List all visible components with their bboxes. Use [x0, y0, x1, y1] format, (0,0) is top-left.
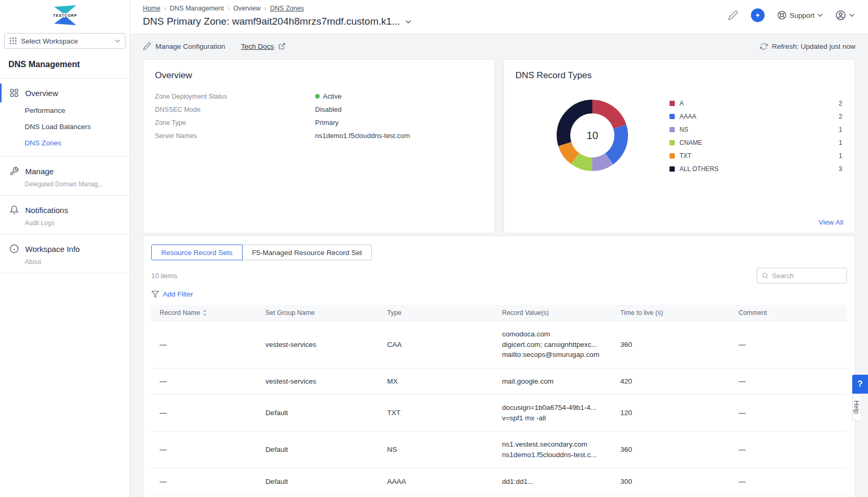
nav-sublabel-about[interactable]: About — [0, 258, 130, 268]
sidebar-item-workspace-info[interactable]: Workspace Info — [0, 239, 130, 258]
field-zone-type: Zone Type Primary — [155, 116, 483, 129]
record-value-line: v=spf1 mx -all — [502, 413, 608, 424]
column-record-values: Record Value(s) — [496, 305, 614, 321]
legend-swatch — [670, 114, 675, 119]
record-type-cell: AAAA — [381, 468, 496, 495]
nav-group-workspace-info: Workspace Info About — [0, 234, 130, 273]
refresh-button[interactable]: Refresh: Updated just now — [760, 43, 855, 50]
view-all-link[interactable]: View All — [819, 218, 843, 226]
workspace-selector-label: Select Workspace — [21, 37, 78, 45]
title-chevron-down-icon[interactable] — [405, 20, 411, 24]
table-row[interactable]: —vestest-servicesCAAcomodoca.comdigicert… — [151, 321, 847, 368]
overview-card-title: Overview — [155, 70, 483, 81]
legend-label: AAAA — [679, 113, 696, 120]
sidebar-item-dns-load-balancers[interactable]: DNS Load Balancers — [0, 119, 130, 135]
breadcrumb-overview[interactable]: Overview — [233, 5, 260, 12]
field-dnssec-mode: DNSSEC Mode Disabled — [155, 103, 483, 116]
nav-label-notifications: Notifications — [25, 206, 68, 215]
field-value: Primary — [315, 119, 339, 126]
breadcrumb-dns-zones[interactable]: DNS Zones — [270, 5, 304, 12]
sidebar-item-dns-zones[interactable]: DNS Zones — [0, 135, 130, 151]
legend-swatch — [670, 166, 675, 172]
legend-label: TXT — [679, 152, 692, 160]
help-question-icon[interactable]: ? — [852, 375, 868, 394]
legend-label: A — [679, 100, 684, 107]
search-icon — [762, 272, 768, 279]
search-box[interactable] — [757, 268, 847, 283]
svg-text:TESTCORP: TESTCORP — [53, 14, 77, 17]
record-value-line: dd1:dd1... — [502, 477, 608, 487]
record-values-cell: docusign=1b0a6754-49b1-4...v=spf1 mx -al… — [496, 395, 614, 431]
brush-icon[interactable] — [728, 10, 738, 20]
record-name-cell: — — [151, 395, 259, 431]
manage-configuration-label: Manage Configuration — [155, 43, 225, 50]
tech-docs-link[interactable]: Tech Docs — [241, 43, 286, 50]
record-value-line: mailto:secops@smurugap.com — [502, 350, 608, 360]
user-icon — [835, 10, 846, 20]
column-set-group-name: Set Group Name — [259, 305, 381, 321]
workspace-selector[interactable]: Select Workspace — [4, 33, 126, 49]
nav-label-workspace-info: Workspace Info — [25, 245, 80, 253]
nav-sublabel-audit-logs[interactable]: Audit Logs — [0, 219, 130, 229]
sidebar-item-overview[interactable]: Overview — [0, 83, 130, 102]
table-row[interactable]: —DefaultAAAAdd1:dd1...300— — [151, 468, 847, 495]
ai-assistant-button[interactable] — [751, 8, 765, 22]
sidebar-item-manage[interactable]: Manage — [0, 162, 130, 181]
overview-card: Overview Zone Deployment Status Active D… — [143, 59, 495, 234]
refresh-icon — [760, 43, 768, 50]
pencil-icon — [143, 42, 151, 50]
external-link-icon — [278, 43, 286, 50]
legend-item-cname: CNAME1 — [670, 136, 842, 149]
breadcrumb-separator: › — [264, 5, 266, 12]
nav-sublabel-delegated-domain[interactable]: Delegated Domain Manag... — [0, 181, 130, 190]
record-value-line: ns1.vestest.secondary.com — [502, 439, 608, 450]
breadcrumb-dns-management[interactable]: DNS Management — [170, 5, 224, 12]
field-label: Zone Deployment Status — [155, 93, 315, 100]
items-count: 10 items — [151, 272, 177, 280]
summary-cards: Overview Zone Deployment Status Active D… — [130, 59, 868, 234]
manage-configuration-button[interactable]: Manage Configuration — [143, 42, 225, 50]
account-menu[interactable] — [835, 10, 854, 20]
table-row[interactable]: —DefaultNSns1.vestest.secondary.comns1de… — [151, 431, 847, 468]
record-type-cell: NS — [381, 431, 496, 468]
legend-label: ALL OTHERS — [679, 165, 718, 173]
donut-center-total: 10 — [587, 130, 598, 141]
record-types-legend: A2AAAA2NS1CNAME1TXT1ALL OTHERS3 — [670, 85, 843, 175]
dns-record-types-card: DNS Record Types 10 A2AAAA2NS1CNAME1TXT1… — [504, 59, 856, 234]
field-label: Server Names — [155, 132, 315, 140]
sidebar-item-performance[interactable]: Performance — [0, 102, 130, 119]
legend-item-all-others: ALL OTHERS3 — [670, 162, 842, 175]
field-value: ns1demo1.f5clouddns-test.com — [315, 132, 410, 140]
set-group-name-cell: vestest-services — [259, 368, 381, 395]
field-zone-deployment-status: Zone Deployment Status Active — [155, 90, 483, 103]
wrench-icon — [9, 166, 19, 176]
info-icon — [9, 244, 19, 253]
support-menu[interactable]: Support — [777, 10, 823, 20]
legend-swatch — [670, 153, 675, 158]
legend-swatch — [670, 140, 675, 145]
legend-count: 1 — [839, 152, 842, 160]
help-tab[interactable]: ? Help — [852, 375, 868, 421]
help-label[interactable]: Help — [852, 394, 860, 421]
record-values-cell: mail.google.com — [496, 368, 614, 395]
column-label: Record Name — [160, 309, 200, 316]
ttl-cell: 300 — [614, 468, 732, 495]
tab-f5-managed-resource-record-set[interactable]: F5-Managed Resource Record Set — [242, 245, 372, 260]
ttl-cell: 120 — [614, 395, 732, 431]
legend-count: 1 — [839, 139, 842, 146]
search-input[interactable] — [772, 272, 842, 280]
add-filter-button[interactable]: Add Filter — [151, 290, 847, 298]
sidebar-item-notifications[interactable]: Notifications — [0, 200, 130, 219]
records-panel: Resource Record Sets F5-Managed Resource… — [143, 236, 855, 497]
sidebar-nav: Overview Performance DNS Load Balancers … — [0, 78, 130, 273]
tab-resource-record-sets[interactable]: Resource Record Sets — [151, 245, 243, 260]
nav-group-manage: Manage Delegated Domain Manag... — [0, 156, 130, 195]
table-row[interactable]: —DefaultTXTdocusign=1b0a6754-49b1-4...v=… — [151, 395, 847, 431]
record-values-cell: dd1:dd1... — [496, 468, 614, 495]
column-record-name[interactable]: Record Name — [151, 305, 259, 321]
table-row[interactable]: —vestest-servicesMXmail.google.com420— — [151, 368, 847, 395]
column-type: Type — [381, 305, 496, 321]
breadcrumb-separator: › — [227, 5, 229, 12]
breadcrumb-home[interactable]: Home — [143, 5, 160, 12]
refresh-label: Refresh: Updated just now — [772, 43, 855, 50]
